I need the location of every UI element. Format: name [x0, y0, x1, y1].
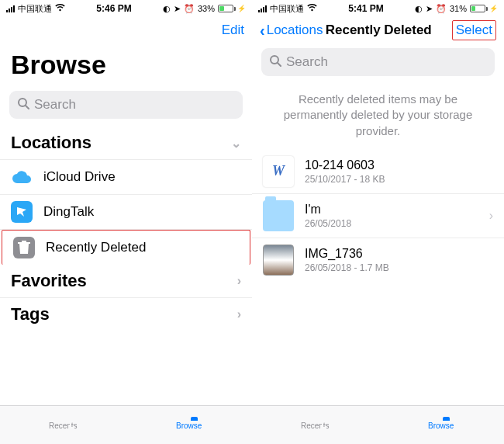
trash-icon — [13, 237, 35, 258]
file-meta: 26/05/2018 — [305, 218, 478, 229]
wifi-icon — [307, 4, 317, 13]
chevron-right-icon: › — [489, 209, 493, 223]
select-button[interactable]: Select — [452, 20, 496, 40]
tab-bar: Recents Browse — [252, 405, 504, 444]
section-label: Favorites — [11, 271, 87, 291]
status-bar: 中国联通 5:46 PM ◐ ➤ ⏰ 33% ⚡ — [0, 0, 252, 17]
file-meta: 26/05/2018 - 1.7 MB — [305, 262, 493, 273]
page-title: Recently Deleted — [323, 23, 434, 38]
location-recently-deleted[interactable]: Recently Deleted — [2, 230, 250, 265]
file-meta: 25/10/2017 - 18 KB — [305, 174, 493, 185]
info-text: Recently deleted items may be permanentl… — [252, 84, 504, 150]
alarm-icon: ⏰ — [184, 4, 195, 14]
wifi-icon — [55, 4, 65, 13]
icloud-icon — [11, 166, 33, 188]
locations-header[interactable]: Locations ⌄ — [0, 127, 252, 160]
folder-icon — [263, 200, 294, 231]
location-icon: ➤ — [426, 4, 433, 14]
back-label: Locations — [267, 23, 323, 38]
file-row-folder[interactable]: I'm 26/05/2018 › — [252, 194, 504, 238]
chevron-left-icon: ‹ — [260, 22, 265, 40]
doc-icon: W — [263, 156, 294, 187]
status-time: 5:41 PM — [348, 3, 383, 14]
list-item-label: iCloud Drive — [43, 169, 116, 185]
section-label: Locations — [11, 133, 91, 153]
file-name: I'm — [305, 203, 478, 217]
battery-pct: 33% — [198, 4, 215, 13]
search-icon — [17, 97, 29, 113]
battery-pct: 31% — [450, 4, 467, 13]
status-bar: 中国联通 5:41 PM ◐ ➤ ⏰ 31% ⚡ — [252, 0, 504, 17]
chevron-right-icon: › — [237, 307, 241, 321]
svg-line-3 — [278, 63, 281, 66]
section-label: Tags — [11, 304, 50, 324]
file-name: 10-214 0603 — [305, 158, 493, 172]
tab-browse[interactable]: Browse — [126, 406, 253, 444]
battery-icon: ⚡ — [218, 5, 246, 12]
location-icon: ➤ — [174, 4, 181, 14]
location-icloud[interactable]: iCloud Drive — [0, 160, 252, 195]
carrier-label: 中国联通 — [18, 3, 52, 15]
favorites-header[interactable]: Favorites › — [0, 265, 252, 298]
tab-browse[interactable]: Browse — [378, 406, 505, 444]
location-dingtalk[interactable]: DingTalk — [0, 195, 252, 230]
search-icon — [269, 54, 281, 71]
tab-recents[interactable]: Recents — [252, 406, 378, 444]
navbar: ‹ Locations Recently Deleted Select — [252, 17, 504, 43]
edit-button[interactable]: Edit — [182, 23, 244, 38]
recently-deleted-screen: 中国联通 5:41 PM ◐ ➤ ⏰ 31% ⚡ ‹ Locations Rec… — [252, 0, 504, 444]
navbar: Edit — [0, 17, 252, 43]
svg-line-1 — [26, 106, 29, 109]
do-not-disturb-icon: ◐ — [415, 4, 423, 14]
back-button[interactable]: ‹ Locations — [260, 22, 323, 40]
tab-label: Browse — [176, 421, 202, 430]
dingtalk-icon — [11, 201, 33, 223]
do-not-disturb-icon: ◐ — [163, 4, 171, 14]
alarm-icon: ⏰ — [436, 4, 447, 14]
chevron-down-icon: ⌄ — [231, 136, 241, 151]
signal-icon — [258, 5, 267, 12]
file-row-doc[interactable]: W 10-214 0603 25/10/2017 - 18 KB — [252, 150, 504, 194]
tab-label: Recents — [49, 421, 78, 430]
tab-label: Browse — [428, 421, 454, 430]
status-time: 5:46 PM — [96, 3, 131, 14]
tab-bar: Recents Browse — [0, 405, 252, 444]
browse-screen: 中国联通 5:46 PM ◐ ➤ ⏰ 33% ⚡ Edit Browse Sea… — [0, 0, 252, 444]
image-thumb-icon — [263, 245, 294, 276]
battery-icon: ⚡ — [470, 5, 498, 12]
search-input[interactable]: Search — [9, 91, 243, 119]
search-placeholder: Search — [286, 54, 328, 70]
file-row-image[interactable]: IMG_1736 26/05/2018 - 1.7 MB — [252, 238, 504, 282]
carrier-label: 中国联通 — [270, 3, 304, 15]
list-item-label: Recently Deleted — [46, 240, 146, 255]
tags-header[interactable]: Tags › — [0, 298, 252, 331]
search-input[interactable]: Search — [261, 48, 495, 76]
tab-recents[interactable]: Recents — [0, 406, 126, 444]
chevron-right-icon: › — [237, 274, 241, 288]
tab-label: Recents — [301, 421, 330, 430]
list-item-label: DingTalk — [43, 204, 94, 220]
page-title: Browse — [0, 43, 252, 86]
file-name: IMG_1736 — [305, 247, 493, 261]
search-placeholder: Search — [34, 97, 76, 113]
signal-icon — [6, 5, 15, 12]
